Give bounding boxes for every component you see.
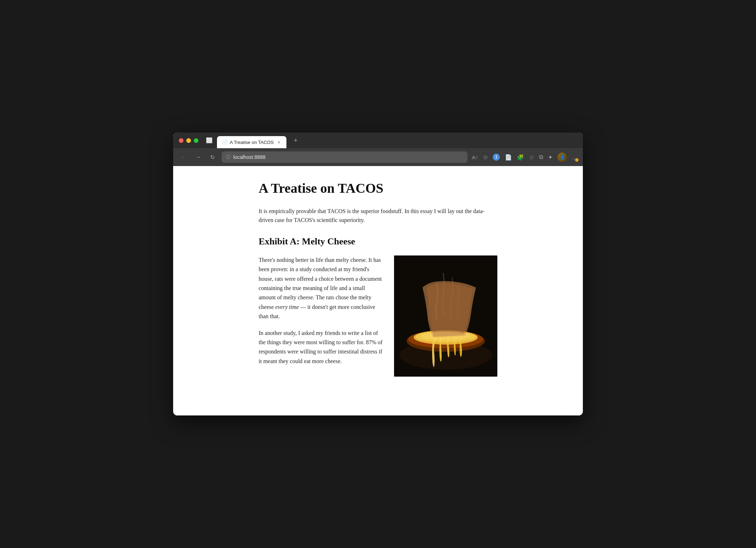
text-size-icon[interactable]: A↑ [472,154,478,160]
forward-button[interactable]: → [193,152,203,162]
ai-icon[interactable]: ✦ [548,154,553,161]
traffic-lights [179,138,198,143]
tab-close-button[interactable]: ✕ [276,140,281,145]
user-avatar[interactable]: 👤 [558,152,567,162]
tab-title-label: A Treatise on TACOS [230,140,274,145]
new-tab-button[interactable]: + [291,135,301,145]
back-button[interactable]: ← [179,152,189,162]
body-paragraph-2: In another study, I asked my friends to … [259,329,383,366]
svg-point-9 [421,332,471,340]
password-icon[interactable]: 1 [493,154,500,161]
address-bar[interactable]: ⓘ localhost:8888 [222,151,467,163]
cheese-image [394,255,497,377]
reload-button[interactable]: ↻ [207,152,217,162]
sidebar-toggle-icon[interactable]: ⬜ [204,135,214,145]
page-title: A Treatise on TACOS [259,180,497,197]
url-display: localhost:8888 [233,154,265,160]
toolbar: ← → ↻ ⓘ localhost:8888 A↑ ✩ 1 📄 🧩 ☆ ⧉ ✦ … [173,148,583,166]
close-button[interactable] [179,138,183,143]
active-tab[interactable]: 📄 A Treatise on TACOS ✕ [217,136,286,148]
reader-view-icon[interactable]: 📄 [505,154,512,161]
more-options-icon[interactable]: … [572,154,577,160]
bookmark-star-icon[interactable]: ✩ [483,154,488,161]
body-paragraph-1: There's nothing better in life than melt… [259,255,383,321]
bookmarks-icon[interactable]: ☆ [529,154,534,161]
content-wrapper: A Treatise on TACOS It is empirically pr… [244,180,512,377]
browser-window: ⬜ 📄 A Treatise on TACOS ✕ + ← → ↻ ⓘ loca… [173,133,583,415]
minimize-button[interactable] [186,138,191,143]
toolbar-right-icons: A↑ ✩ 1 📄 🧩 ☆ ⧉ ✦ 👤 … [472,152,577,162]
site-info-icon[interactable]: ⓘ [226,154,231,160]
cheese-image-svg [394,255,497,377]
maximize-button[interactable] [194,138,198,143]
intro-paragraph: It is empirically provable that TACOS is… [259,207,497,225]
text-column: There's nothing better in life than melt… [259,255,383,373]
page-content: A Treatise on TACOS It is empirically pr… [173,166,583,415]
exhibit-a-section: There's nothing better in life than melt… [259,255,497,377]
tab-groups-icon[interactable]: ⧉ [539,154,543,160]
section1-heading: Exhibit A: Melty Cheese [259,236,497,247]
title-bar: ⬜ 📄 A Treatise on TACOS ✕ + [173,133,583,148]
emphasis-every-time: every time [275,304,299,310]
tab-favicon-icon: 📄 [222,140,227,145]
extensions-icon[interactable]: 🧩 [517,154,524,161]
